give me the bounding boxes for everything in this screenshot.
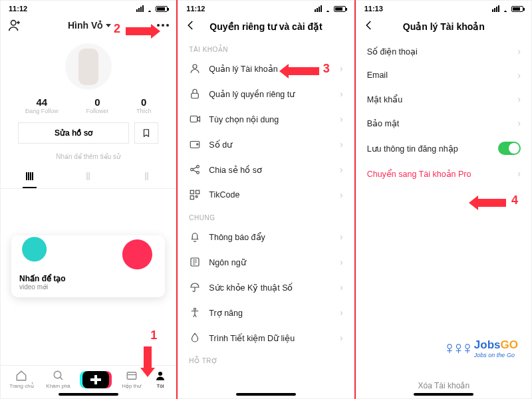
row-data-saver[interactable]: Trình Tiết kiệm Dữ liệu› <box>178 325 353 350</box>
nav-home[interactable]: Trang chủ <box>9 370 33 389</box>
avatar[interactable] <box>65 43 112 90</box>
svg-point-0 <box>11 21 16 25</box>
nav-discover[interactable]: Khám phá <box>46 370 70 389</box>
section-support-label: HỖ TRỢ <box>178 350 353 367</box>
chevron-right-icon: › <box>340 257 343 267</box>
section-account-label: TÀI KHOẢN <box>178 39 353 56</box>
svg-point-11 <box>197 172 200 174</box>
wifi-icon <box>146 6 154 12</box>
create-video-card[interactable]: Nhấn để tạo video mới <box>11 235 165 297</box>
battery-icon <box>156 6 168 12</box>
section-general-label: CHUNG <box>178 207 353 224</box>
language-icon <box>189 256 201 268</box>
nav-inbox[interactable]: Hộp thư <box>122 370 141 389</box>
settings-screen: 11:12 Quyền riêng tư và cài đặt TÀI KHOẢ… <box>178 0 354 399</box>
annotation-1: 1 <box>150 329 157 342</box>
chevron-right-icon: › <box>340 114 343 124</box>
tab-posts[interactable] <box>1 167 59 188</box>
chevron-right-icon: › <box>517 118 521 128</box>
chevron-right-icon: › <box>340 164 343 175</box>
row-phone[interactable]: Số điện thoại› <box>356 39 531 63</box>
row-accessibility[interactable]: Trợ năng› <box>178 300 353 325</box>
status-time: 11:13 <box>364 5 383 13</box>
svg-rect-6 <box>191 116 198 122</box>
row-save-login[interactable]: Lưu thông tin đăng nhập <box>356 135 531 162</box>
profile-stats: 44 Đang Follow 0 Follower 0 Thích <box>1 94 176 117</box>
bell-icon <box>189 231 201 243</box>
chevron-right-icon: › <box>517 70 521 80</box>
arrow-to-me-tab <box>144 346 152 369</box>
chevron-right-icon: › <box>340 332 343 343</box>
row-language[interactable]: Ngôn ngữ› <box>178 249 353 275</box>
row-password[interactable]: Mật khẩu› <box>356 87 531 111</box>
row-switch-pro[interactable]: Chuyển sang Tài khoản Pro› <box>356 162 531 186</box>
chevron-right-icon: › <box>340 282 343 293</box>
manage-account-screen: 11:13 Quản lý Tài khoản Số điện thoại› E… <box>356 0 532 399</box>
person-icon <box>189 63 201 74</box>
edit-profile-button[interactable]: Sửa hồ sơ <box>18 122 129 144</box>
status-bar: 11:13 <box>356 1 531 14</box>
row-security[interactable]: Bảo mật› <box>356 111 531 135</box>
row-tikcode[interactable]: TikCode› <box>178 182 353 207</box>
svg-rect-15 <box>196 196 198 198</box>
toggle-save-login[interactable] <box>498 142 521 155</box>
home-indicator <box>236 393 296 396</box>
annotation-4: 4 <box>511 194 518 207</box>
back-button[interactable] <box>185 19 200 34</box>
arrow-to-manage-account <box>287 67 319 75</box>
row-email[interactable]: Email› <box>356 63 531 87</box>
chevron-right-icon: › <box>517 94 521 104</box>
tab-private[interactable] <box>118 167 176 188</box>
status-indicators <box>136 5 168 12</box>
stat-followers[interactable]: 0 Follower <box>86 96 108 114</box>
profile-screen: 11:12 Hình Vỏ 44 Đang Follow <box>0 0 176 399</box>
svg-rect-12 <box>191 190 194 194</box>
svg-point-4 <box>193 65 197 68</box>
stat-following[interactable]: 44 Đang Follow <box>25 96 59 114</box>
username-dropdown[interactable]: Hình Vỏ <box>68 20 111 31</box>
qr-icon <box>189 189 201 201</box>
lock-icon <box>189 88 201 100</box>
drop-icon <box>189 332 201 344</box>
row-wellbeing[interactable]: Sức khỏe Kỹ thuật Số› <box>178 275 353 300</box>
nav-create[interactable] <box>82 371 109 388</box>
row-content-pref[interactable]: Tùy chọn nội dung› <box>178 106 353 132</box>
umbrella-icon <box>189 281 201 293</box>
row-share-profile[interactable]: Chia sẻ hồ sơ› <box>178 157 353 182</box>
arrow-to-more <box>126 27 152 35</box>
status-indicators <box>492 5 523 12</box>
row-push[interactable]: Thông báo đẩy› <box>178 224 353 249</box>
bookmark-button[interactable] <box>134 122 158 144</box>
svg-rect-5 <box>192 93 199 98</box>
arrow-to-pro <box>477 199 506 207</box>
chevron-right-icon: › <box>517 168 521 179</box>
svg-point-9 <box>191 168 194 171</box>
chevron-right-icon: › <box>340 139 343 150</box>
cell-signal-icon <box>492 5 499 12</box>
add-friends-icon[interactable] <box>7 18 22 33</box>
svg-rect-13 <box>196 190 200 194</box>
row-privacy[interactable]: Quản lý quyền riêng tư› <box>178 81 353 106</box>
annotation-2: 2 <box>114 22 120 36</box>
manage-account-header: Quản lý Tài khoản <box>356 14 531 39</box>
cell-signal-icon <box>315 5 322 12</box>
stat-likes[interactable]: 0 Thích <box>136 96 152 114</box>
status-indicators <box>315 5 346 12</box>
nav-me[interactable]: Tôi <box>154 370 167 389</box>
delete-account-link[interactable]: Xóa Tài khoản <box>356 381 531 390</box>
profile-tabs <box>1 167 176 189</box>
card-subtitle: video mới <box>19 283 157 291</box>
chevron-right-icon: › <box>340 190 343 200</box>
chevron-right-icon: › <box>340 307 343 318</box>
bio-placeholder[interactable]: Nhấn để thêm tiểu sử <box>1 149 176 167</box>
row-balance[interactable]: Số dư› <box>178 132 353 157</box>
inbox-icon <box>125 370 138 382</box>
battery-icon <box>511 6 523 12</box>
home-icon <box>15 370 28 382</box>
chevron-right-icon: › <box>340 63 343 74</box>
plus-icon <box>82 371 109 388</box>
tab-liked[interactable] <box>59 167 118 188</box>
jobsgo-logo: ♀♀♀ JobsGO Jobs on the Go <box>443 338 518 358</box>
back-button[interactable] <box>363 19 378 34</box>
chevron-down-icon <box>106 24 111 27</box>
